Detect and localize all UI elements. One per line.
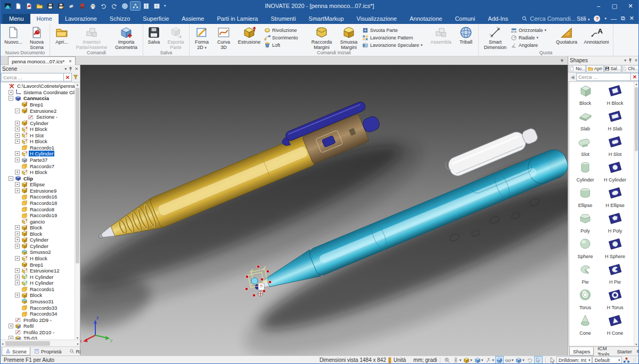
tree-expander-icon[interactable]: + (15, 182, 20, 187)
pin-icon[interactable] (628, 58, 633, 63)
tree-expander-icon[interactable]: + (15, 139, 20, 144)
ribbon-tab-menu[interactable]: Menu (3, 14, 30, 24)
cells-view-icon[interactable] (141, 2, 151, 10)
ribbon-button-svuota-parte[interactable]: Svuota Parte (362, 27, 427, 34)
tree-expander-icon[interactable]: + (15, 244, 20, 249)
ribbon-button-estrusione[interactable]: Estrusione (235, 25, 264, 45)
catalog-button-nu-[interactable]: Nu... (569, 65, 586, 72)
catalog-search-clear-icon[interactable]: ✕ (631, 73, 639, 81)
tree-item-h-cylinder[interactable]: +H Cylinder (1, 280, 80, 286)
status-icon-zoomP[interactable] (444, 357, 451, 364)
ribbon-button-triball[interactable]: Triball (455, 25, 477, 45)
tree-horizontal-scrollbar[interactable]: ◂▸ (1, 340, 80, 346)
tree-expander-icon[interactable]: − (9, 96, 13, 101)
minimize-button[interactable]: – (591, 0, 607, 12)
tree-expander-icon[interactable]: + (15, 188, 20, 193)
status-icon-cursor[interactable] (535, 357, 542, 364)
tree-expander-icon[interactable]: + (15, 121, 20, 126)
catalog-item-h-cone[interactable]: H Cone (600, 313, 630, 338)
catalog-item-cone[interactable]: Cone (570, 313, 600, 338)
panel-tab-propriet-[interactable]: Proprietà (30, 347, 65, 355)
catalog-button-apri[interactable]: Apri (586, 65, 603, 72)
tree-expander-icon[interactable]: + (15, 268, 20, 273)
catalog-item-h-cylinder[interactable]: H Cylinder (600, 160, 630, 185)
open-folder-icon[interactable] (35, 2, 44, 10)
tree-item-raccordo34[interactable]: Raccordo34 (1, 311, 80, 317)
tab-list-icon[interactable]: ▼ (560, 58, 564, 63)
ribbon-tab-smartmarkup[interactable]: SmartMarkup (302, 14, 350, 24)
drilldown-combo[interactable]: Drilldown: Int▾ (556, 357, 593, 363)
tree-expander-icon[interactable]: + (9, 90, 13, 95)
panel-menu-icon[interactable]: ▾ (624, 58, 626, 63)
shapes-scrollbar[interactable]: ▴▾ (634, 82, 638, 346)
tree-item-h-cylinder[interactable]: +H Cylinder (1, 274, 80, 280)
panel-tab-icm-tools[interactable]: ICM Tools (594, 347, 613, 355)
styles-dropdown[interactable]: Stili ▾ (577, 15, 589, 22)
tab-scroll-icon[interactable]: ⇟ (636, 349, 639, 354)
resize-grip[interactable]: ⡪ (631, 358, 638, 363)
tree-item-raccordo19[interactable]: Raccordo19 (1, 212, 80, 219)
tree-item-cylinder[interactable]: +Cylinder (1, 243, 80, 250)
ribbon-button-rivoluzione[interactable]: Rivoluzione (264, 27, 308, 34)
tree-item-brep1[interactable]: Brep1 (1, 102, 80, 108)
catalog-item-block[interactable]: Block (570, 83, 600, 109)
ribbon-tab-strumenti[interactable]: Strumenti (265, 14, 302, 24)
panel-tab-scene[interactable]: Scene (2, 347, 30, 355)
doc-minimize-button[interactable]: ― (611, 15, 617, 22)
ribbon-button-quotatura[interactable]: Quotatura (553, 25, 580, 45)
save-as-icon[interactable] (56, 2, 65, 10)
ribbon-tab-schizzo[interactable]: Schizzo (103, 14, 137, 24)
scene-search-clear-icon[interactable]: ✕ (64, 73, 72, 81)
tree-item-smusso2[interactable]: Smusso2 (1, 249, 80, 255)
panel-close-icon[interactable]: ✕ (75, 67, 78, 71)
tree-expander-icon[interactable]: + (15, 170, 20, 175)
tree-item-block[interactable]: +Block (1, 292, 80, 299)
ribbon-tab-add-ins[interactable]: Add-Ins (481, 14, 514, 24)
ribbon-button-annotazioni[interactable]: AAnnotazioni (581, 25, 611, 45)
tree-item-block[interactable]: +Block (1, 225, 80, 231)
scene-search-input[interactable]: Cerca ... (1, 73, 64, 81)
tree-vertical-scrollbar[interactable]: ▴▾ (75, 82, 80, 340)
tree-item-estrusione2[interactable]: −Estrusione2 (1, 107, 80, 114)
status-icon-cubeB[interactable]: ▾ (515, 357, 525, 364)
catalog-item-h-slot[interactable]: H Slot (600, 134, 630, 160)
ribbon-tab-assieme[interactable]: Assieme (175, 14, 210, 24)
tree-item-estrusione9[interactable]: +Estrusione9 (1, 188, 80, 194)
catalog-item-poly[interactable]: Poly (570, 211, 600, 236)
close-button[interactable]: ✕ (622, 0, 638, 12)
catalog-item-h-sphere[interactable]: H Sphere (600, 236, 630, 262)
tree-expander-icon[interactable]: + (15, 158, 20, 162)
tree-item-estrusione12[interactable]: +Estrusione12 (1, 268, 80, 274)
ribbon-tab-home[interactable]: Home (30, 14, 59, 24)
tree-expander-icon[interactable]: + (15, 293, 20, 297)
catalog-item-partial[interactable] (600, 338, 630, 346)
tree-item-h-block[interactable]: +H Block (1, 169, 80, 176)
status-icon-glasses[interactable]: ▾ (504, 357, 514, 364)
ribbon-tab-visualizzazione[interactable]: Visualizzazione (350, 14, 404, 24)
tree-expander-icon[interactable]: + (15, 275, 20, 279)
tree-item-profilo-2d10-[interactable]: Profilo 2D10 - (1, 329, 80, 336)
ribbon-tab-comuni[interactable]: Comuni (448, 14, 481, 24)
ribbon-tab-parti-in-lamiera[interactable]: Parti in Lamiera (210, 14, 264, 24)
viewport-3d[interactable]: z x y (80, 65, 568, 355)
tree-item-sezione-[interactable]: Sezione - (1, 114, 80, 120)
tree-item-raccordo8[interactable]: Raccordo8 (1, 206, 80, 212)
tree-item-raccordo33[interactable]: Raccordo33 (1, 304, 80, 311)
tree-item-profilo-2d9-[interactable]: Profilo 2D9 - (1, 317, 80, 323)
status-icon-cubeB[interactable]: ▾ (474, 357, 484, 364)
tree-expander-icon[interactable]: + (15, 280, 20, 285)
tree-item-raccordo1[interactable]: Raccordo1 (1, 145, 80, 151)
panel-menu-icon[interactable]: ▾ (64, 67, 67, 71)
tree-expander-icon[interactable]: + (15, 127, 20, 131)
tree-item-clip[interactable]: −Clip (1, 175, 80, 181)
tree-item-gancio[interactable]: gancio (1, 218, 80, 225)
tree-item-tb-03[interactable]: +TB-03 (1, 335, 80, 340)
tree-expander-icon[interactable]: + (15, 225, 20, 230)
redo-icon[interactable] (109, 2, 119, 10)
tree-item-cylinder[interactable]: +Cylinder (1, 120, 80, 126)
ribbon-tab-lavorazione[interactable]: Lavorazione (59, 14, 103, 24)
style-combo[interactable]: Default▾ (592, 357, 622, 363)
save-icon[interactable] (45, 2, 55, 10)
tree-item-raccordo18[interactable]: Raccordo18 (1, 200, 80, 206)
tree-expander-icon[interactable]: + (15, 256, 20, 261)
